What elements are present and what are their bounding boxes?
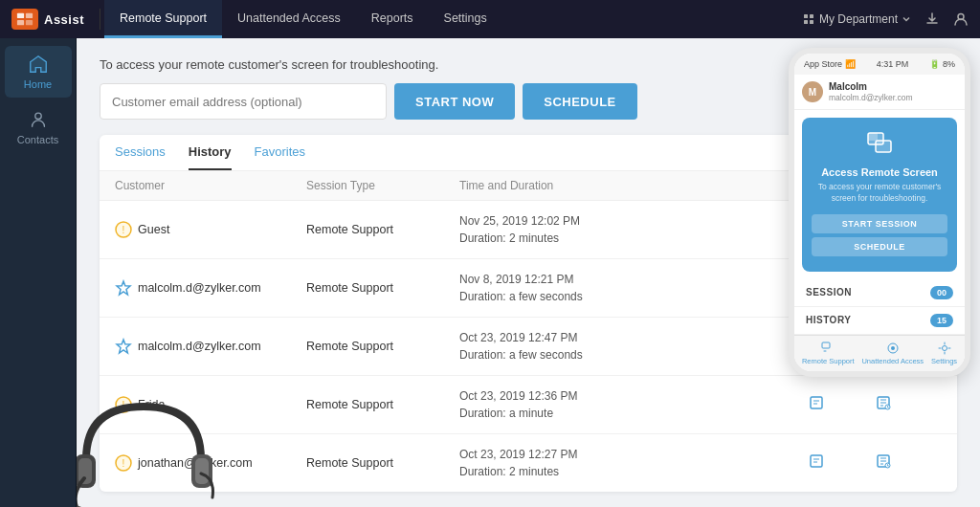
phone-bottom-nav: Remote Support Unattended Access Setting… bbox=[794, 335, 965, 371]
svg-point-48 bbox=[891, 346, 895, 350]
notes-cell bbox=[808, 394, 875, 415]
schedule-button[interactable]: SCHEDULE bbox=[523, 83, 637, 120]
phone-user-bar: M Malcolm malcolm.d@zylker.com bbox=[794, 75, 965, 110]
time-value: Nov 25, 2019 12:02 PM bbox=[459, 212, 808, 230]
table-row: ! jonathan@zylker.com Remote Support Oct… bbox=[100, 434, 957, 492]
svg-rect-44 bbox=[876, 141, 891, 152]
phone-history-stat: HISTORY 15 bbox=[794, 307, 965, 335]
main-content: To access your remote customer's screen … bbox=[77, 38, 980, 507]
sidebar-item-home[interactable]: Home bbox=[5, 46, 72, 98]
sidebar-item-home-label: Home bbox=[24, 78, 52, 90]
notes-icon[interactable] bbox=[808, 394, 825, 415]
phone-session-stat: SESSION 00 bbox=[794, 279, 965, 307]
svg-rect-0 bbox=[17, 13, 24, 18]
audit-cell bbox=[875, 452, 942, 474]
svg-point-49 bbox=[942, 345, 947, 350]
sidebar: Home Contacts bbox=[0, 38, 77, 507]
time-cell: Nov 25, 2019 12:02 PM Duration: 2 minute… bbox=[459, 212, 808, 247]
department-selector[interactable]: My Department bbox=[802, 12, 911, 26]
header-customer: Customer bbox=[115, 179, 306, 192]
alert-icon: ! bbox=[115, 221, 132, 238]
contacts-icon bbox=[28, 109, 49, 130]
phone-session-label: SESSION bbox=[806, 287, 852, 298]
time-value: Oct 23, 2019 12:27 PM bbox=[459, 446, 808, 463]
audit-icon[interactable] bbox=[875, 452, 892, 474]
tab-unattended-access[interactable]: Unattended Access bbox=[222, 0, 356, 38]
time-cell: Nov 8, 2019 12:21 PM Duration: a few sec… bbox=[459, 271, 808, 305]
phone-signal: App Store 📶 bbox=[804, 59, 856, 69]
svg-text:!: ! bbox=[122, 225, 125, 235]
session-type-cell: Remote Support bbox=[306, 340, 459, 353]
phone-user-email: malcolm.d@zylker.com bbox=[829, 93, 913, 103]
download-icon bbox=[924, 11, 940, 27]
mobile-mockup: App Store 📶 4:31 PM 🔋 8% M Malcolm malco… bbox=[789, 48, 970, 377]
phone-card-title: Access Remote Screen bbox=[812, 166, 947, 178]
phone-user-info: Malcolm malcolm.d@zylker.com bbox=[829, 80, 913, 103]
svg-rect-6 bbox=[804, 20, 808, 24]
customer-cell: malcolm.d@zylker.com bbox=[115, 338, 306, 355]
phone-nav-settings[interactable]: Settings bbox=[931, 342, 957, 365]
phone-history-label: HISTORY bbox=[806, 315, 851, 325]
time-cell: Oct 23, 2019 12:47 PM Duration: a few se… bbox=[459, 329, 808, 364]
audit-icon[interactable] bbox=[875, 394, 892, 415]
svg-rect-31 bbox=[811, 397, 822, 408]
user-menu-button[interactable] bbox=[953, 11, 969, 27]
phone-nav-unattended[interactable]: Unattended Access bbox=[861, 342, 924, 365]
logo-icon bbox=[11, 9, 38, 30]
start-now-button[interactable]: START NOW bbox=[394, 83, 515, 120]
header-time-duration: Time and Duration bbox=[459, 179, 808, 192]
tab-reports[interactable]: Reports bbox=[356, 0, 429, 38]
tab-sessions[interactable]: Sessions bbox=[115, 144, 166, 170]
top-navigation: Assist Remote Support Unattended Access … bbox=[0, 0, 980, 38]
customer-name: Guest bbox=[138, 223, 169, 236]
time-value: Oct 23, 2019 12:47 PM bbox=[459, 329, 808, 346]
customer-name: malcolm.d@zylker.com bbox=[138, 281, 261, 295]
logo-area: Assist bbox=[11, 9, 100, 30]
svg-rect-38 bbox=[811, 455, 822, 467]
tab-settings[interactable]: Settings bbox=[429, 0, 502, 38]
tab-favorites[interactable]: Favorites bbox=[255, 144, 305, 170]
main-layout: Home Contacts To access your remote cust… bbox=[0, 38, 980, 507]
phone-battery: 🔋 8% bbox=[929, 59, 955, 69]
logo-text: Assist bbox=[44, 12, 84, 27]
tab-history[interactable]: History bbox=[189, 144, 232, 170]
session-type-cell: Remote Support bbox=[306, 281, 459, 295]
phone-stats: SESSION 00 HISTORY 15 bbox=[794, 279, 965, 335]
svg-rect-1 bbox=[26, 13, 33, 18]
phone-nav-remote[interactable]: Remote Support bbox=[802, 342, 855, 365]
phone-schedule-button[interactable]: SCHEDULE bbox=[812, 237, 947, 256]
session-type-cell: Remote Support bbox=[306, 398, 459, 411]
sidebar-item-contacts[interactable]: Contacts bbox=[5, 101, 72, 153]
svg-point-9 bbox=[34, 113, 40, 119]
chevron-down-icon bbox=[902, 14, 911, 24]
star-icon bbox=[115, 279, 132, 297]
svg-marker-23 bbox=[117, 340, 130, 353]
audit-cell bbox=[875, 394, 942, 415]
phone-time: 4:31 PM bbox=[877, 59, 909, 69]
time-value: Oct 23, 2019 12:36 PM bbox=[459, 387, 808, 405]
headset-decoration bbox=[77, 383, 220, 507]
customer-cell: malcolm.d@zylker.com bbox=[115, 279, 306, 297]
phone-history-count: 15 bbox=[930, 314, 953, 327]
duration-value: Duration: a few seconds bbox=[459, 346, 808, 364]
svg-rect-46 bbox=[822, 342, 830, 348]
svg-rect-3 bbox=[26, 20, 33, 25]
phone-avatar: M bbox=[802, 81, 823, 102]
svg-rect-4 bbox=[804, 14, 808, 18]
user-icon bbox=[953, 11, 969, 27]
tab-remote-support[interactable]: Remote Support bbox=[104, 0, 222, 38]
duration-value: Duration: a minute bbox=[459, 405, 808, 422]
phone-session-count: 00 bbox=[930, 286, 953, 299]
nav-tabs: Remote Support Unattended Access Reports… bbox=[104, 0, 802, 38]
customer-email-input[interactable] bbox=[100, 83, 387, 120]
phone-start-session-button[interactable]: START SESSION bbox=[812, 214, 947, 233]
customer-name: malcolm.d@zylker.com bbox=[138, 340, 261, 353]
time-cell: Oct 23, 2019 12:36 PM Duration: a minute bbox=[459, 387, 808, 422]
time-cell: Oct 23, 2019 12:27 PM Duration: 2 minute… bbox=[459, 446, 808, 480]
svg-rect-7 bbox=[810, 20, 813, 24]
session-type-cell: Remote Support bbox=[306, 223, 459, 236]
download-button[interactable] bbox=[924, 11, 940, 27]
svg-rect-53 bbox=[195, 458, 209, 484]
svg-rect-45 bbox=[868, 133, 878, 141]
notes-icon[interactable] bbox=[808, 452, 825, 474]
